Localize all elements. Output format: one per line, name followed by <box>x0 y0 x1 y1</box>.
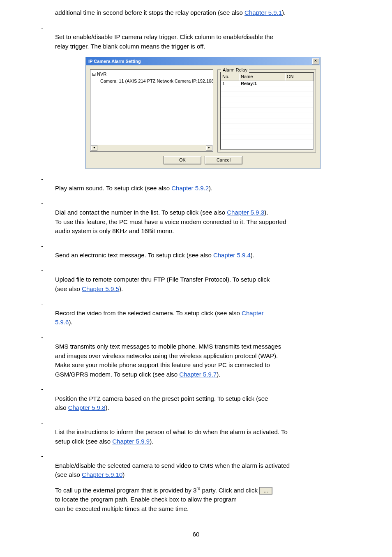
top-paragraph: additional time in second before it stop… <box>41 8 351 18</box>
text: ). <box>150 438 153 445</box>
text: ). <box>69 319 72 326</box>
link-chapter-5-9-1[interactable]: Chapter 5.9.1 <box>244 9 282 16</box>
ftp-paragraph: Upload file to remote computer thru FTP … <box>41 275 351 294</box>
text: Send an electronic text message. To setu… <box>55 252 213 259</box>
scroll-right-icon[interactable]: ▸ <box>206 145 212 151</box>
text: party. Click and click <box>200 487 259 494</box>
ipcam-paragraph: Set to enable/disable IP camera relay tr… <box>41 32 351 51</box>
text: to locate the program path. Enable check… <box>55 496 237 503</box>
text: additional time in second before it stop… <box>55 9 244 16</box>
col-on-header[interactable]: ON <box>285 73 314 81</box>
email-paragraph: Send an electronic text message. To setu… <box>41 251 351 260</box>
cell-on[interactable] <box>285 81 314 86</box>
text: and images over wireless networks using … <box>55 352 278 359</box>
link-chapter-5-9-7[interactable]: Chapter 5.9.7 <box>179 371 217 378</box>
text: Record the video from the selected camer… <box>55 310 242 317</box>
scroll-left-icon[interactable]: ◂ <box>91 145 97 151</box>
text: ). <box>119 285 123 292</box>
sup-rd: rd <box>196 486 200 491</box>
text: (see also <box>55 471 82 478</box>
sms-paragraph: SMS transmits only text messages to mobi… <box>41 342 351 379</box>
tree-root-nvr[interactable]: ⊟ NVR <box>92 71 211 78</box>
ip-camera-alarm-dialog: IP Camera Alarm Setting × ⊟ NVR Camera: … <box>85 57 321 169</box>
ptz-paragraph: Position the PTZ camera based on the pre… <box>41 394 351 413</box>
text: Dial and contact the number in the list.… <box>55 209 227 216</box>
col-name-header[interactable]: Name <box>239 73 285 81</box>
link-chapter-5-9-6-b[interactable]: 5.9.6 <box>55 319 69 326</box>
text: Play alarm sound. To setup click (see al… <box>55 185 171 192</box>
make-call-paragraph: Dial and contact the number in the list.… <box>41 208 351 236</box>
close-icon[interactable]: × <box>312 58 319 65</box>
cms-paragraph: Enable/disable the selected camera to se… <box>41 461 351 480</box>
list-dash: - <box>41 333 55 342</box>
text: SMS transmits only text messages to mobi… <box>55 343 281 350</box>
sop-paragraph: List the instructions to inform the pers… <box>41 428 351 446</box>
text: relay trigger. The blank column means th… <box>55 43 205 50</box>
text: ). <box>264 209 268 216</box>
text: (see also <box>55 285 82 292</box>
text: audio system is only 8KHz and 16Bit mono… <box>55 227 174 234</box>
ok-button[interactable]: OK <box>164 156 201 164</box>
link-chapter-5-9-9[interactable]: Chapter 5.9.9 <box>112 438 150 445</box>
list-dash: - <box>41 266 55 275</box>
text: ). <box>217 371 220 378</box>
text: also <box>55 404 68 411</box>
list-dash: - <box>41 452 55 461</box>
table-row[interactable]: 1 Relay:1 <box>221 81 314 86</box>
link-chapter-5-9-3[interactable]: Chapter 5.9.3 <box>227 209 264 216</box>
link-chapter-5-9-4[interactable]: Chapter 5.9.4 <box>213 252 251 259</box>
alarm-relay-table[interactable]: No. Name ON 1 Relay:1 <box>220 72 314 150</box>
ext-program-paragraph: To call up the external program that is … <box>41 485 351 514</box>
col-no-header[interactable]: No. <box>221 73 239 81</box>
list-dash: - <box>41 385 55 394</box>
list-dash: - <box>41 418 55 428</box>
text: setup click (see also <box>55 438 112 445</box>
text: Position the PTZ camera based on the pre… <box>55 395 268 402</box>
text: List the instructions to inform the pers… <box>55 428 288 435</box>
browse-button[interactable]: ... <box>259 487 272 495</box>
text: can be executed multiple times at the sa… <box>55 505 189 512</box>
text: ). <box>251 252 254 259</box>
list-dash: - <box>41 199 55 208</box>
alarm-relay-legend: Alarm Relay <box>221 67 249 74</box>
list-dash: - <box>41 23 55 33</box>
text: Make sure your mobile phone support this… <box>55 361 270 368</box>
cell-no: 1 <box>221 81 239 86</box>
link-chapter-5-9-8[interactable]: Chapter 5.9.8 <box>68 404 106 411</box>
text: Enable/disable the selected camera to se… <box>55 462 290 469</box>
cell-name: Relay:1 <box>239 81 285 86</box>
page-number: 60 <box>41 530 351 539</box>
dialog-title: IP Camera Alarm Setting <box>88 58 141 65</box>
text: To call up the external program that is … <box>55 487 196 494</box>
cancel-button[interactable]: Cancel <box>205 156 242 164</box>
list-dash: - <box>41 299 55 309</box>
play-alarm-paragraph: Play alarm sound. To setup click (see al… <box>41 184 351 193</box>
text: GSM/GPRS modem. To setup click (see also <box>55 371 179 378</box>
text: ). <box>209 185 212 192</box>
list-dash: - <box>41 242 55 251</box>
h-scrollbar[interactable]: ◂ ▸ <box>91 145 212 151</box>
camera-tree[interactable]: ⊟ NVR Camera: 11 (AXIS 214 PTZ Network C… <box>90 69 213 152</box>
list-dash: - <box>41 175 55 184</box>
link-chapter-5-9-6-a[interactable]: Chapter <box>242 310 263 317</box>
link-chapter-5-9-5[interactable]: Chapter 5.9.5 <box>82 285 119 292</box>
text: Set to enable/disable IP camera relay tr… <box>55 33 273 40</box>
text: ) <box>122 471 125 478</box>
tree-child-camera[interactable]: Camera: 11 (AXIS 214 PTZ Network Camera … <box>92 78 211 85</box>
text: To use this feature, the PC must have a … <box>55 218 286 225</box>
link-chapter-5-9-10[interactable]: Chapter 5.9.10 <box>82 471 122 478</box>
record-paragraph: Record the video from the selected camer… <box>41 309 351 327</box>
text: ). <box>106 404 109 411</box>
text: ). <box>282 9 286 16</box>
text: Upload file to remote computer thru FTP … <box>55 276 270 283</box>
link-chapter-5-9-2[interactable]: Chapter 5.9.2 <box>171 185 209 192</box>
